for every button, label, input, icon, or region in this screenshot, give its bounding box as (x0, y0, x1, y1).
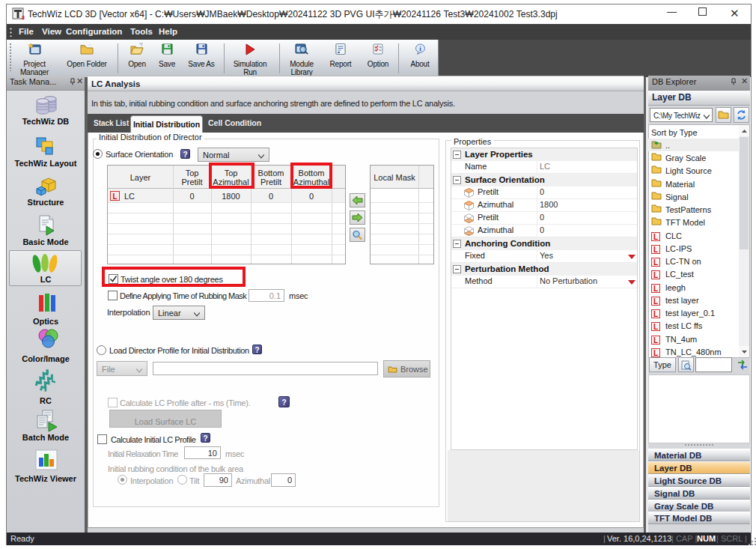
svg-text:3: 3 (22, 14, 25, 21)
